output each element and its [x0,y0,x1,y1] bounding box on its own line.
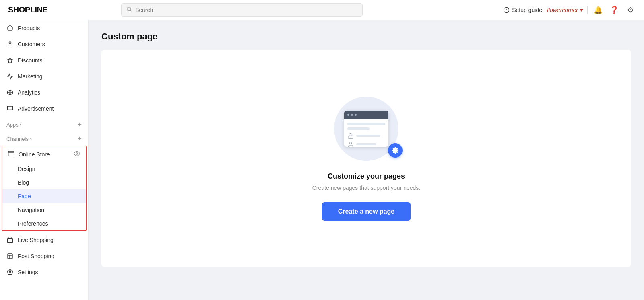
sidebar-item-settings[interactable]: Settings [0,264,88,280]
sidebar-item-blog[interactable]: Blog [2,176,86,189]
chart-icon [6,89,14,96]
page-title: Custom page [101,31,631,42]
online-store-eye-icon[interactable] [74,150,80,158]
sidebar-item-design[interactable]: Design [2,162,86,176]
gear-icon [6,269,14,276]
illustration [334,97,398,161]
shopline-logo[interactable]: SHOPLINE [8,5,47,14]
create-page-button[interactable]: Create a new page [322,202,411,221]
top-header: SHOPLINE Setup guide flowercorner ▾ 🔔 ❓ … [0,0,644,20]
sidebar-item-customers[interactable]: Customers [0,36,88,52]
svg-point-23 [394,149,396,151]
sidebar-item-marketing[interactable]: Marketing [0,68,88,84]
main-layout: Products Customers Discounts Marketing A [0,20,644,300]
svg-point-0 [127,7,131,10]
sidebar-item-discounts[interactable]: Discounts [0,52,88,68]
help-icon[interactable]: ❓ [609,6,620,14]
store-icon [8,150,14,158]
svg-rect-17 [8,254,12,259]
settings-icon[interactable]: ⚙ [625,6,636,14]
online-store-item[interactable]: Online Store [2,146,86,162]
online-store-group: Online Store Design Blog Page Navigation… [2,146,87,231]
apps-section-label: Apps › + [0,117,88,131]
sidebar-item-navigation[interactable]: Navigation [2,203,86,217]
customize-subtext: Create new pages that support your needs… [312,185,421,191]
channels-add-button[interactable]: + [77,135,82,143]
post-icon [6,253,14,260]
sidebar-item-preferences[interactable]: Preferences [2,217,86,230]
setup-guide-button[interactable]: Setup guide [503,7,542,13]
channels-section-label: Channels › + [0,131,88,145]
svg-marker-6 [7,58,12,63]
sidebar-item-analytics[interactable]: Analytics [0,84,88,101]
sidebar-item-live-shopping[interactable]: Live Shopping [0,232,88,248]
svg-point-5 [9,42,11,44]
search-icon [126,6,132,14]
sidebar-item-post-shopping[interactable]: Post Shopping [0,248,88,264]
svg-point-14 [76,153,78,154]
sidebar-item-advertisement[interactable]: Advertisement [0,101,88,117]
svg-line-1 [130,10,132,11]
main-content: Custom page [89,20,644,300]
sidebar-item-products[interactable]: Products [0,20,88,36]
ad-icon [6,105,14,112]
store-switcher[interactable]: flowercorner ▾ [547,7,582,13]
user-icon [6,41,14,48]
svg-point-22 [349,142,351,144]
svg-point-20 [9,271,11,273]
sidebar-item-page[interactable]: Page [2,189,86,203]
box-icon [6,25,14,32]
channels-label[interactable]: Channels › [6,136,32,142]
apps-add-button[interactable]: + [77,121,82,129]
sidebar: Products Customers Discounts Marketing A [0,20,89,300]
svg-rect-9 [7,106,12,110]
svg-rect-16 [7,239,12,243]
svg-rect-21 [348,136,353,138]
live-icon [6,236,14,244]
apps-label[interactable]: Apps › [6,122,22,128]
header-actions: Setup guide flowercorner ▾ 🔔 ❓ ⚙ [503,6,636,14]
header-divider [587,6,588,14]
gear-badge [388,143,402,158]
svg-rect-12 [8,151,14,156]
notifications-icon[interactable]: 🔔 [592,6,604,14]
search-bar[interactable] [121,3,363,17]
tag-icon [6,57,14,64]
megaphone-icon [6,73,14,80]
customize-heading: Customize your pages [328,172,405,181]
search-input[interactable] [135,7,357,13]
browser-mock [344,111,388,147]
content-card: Customize your pages Create new pages th… [101,50,631,267]
